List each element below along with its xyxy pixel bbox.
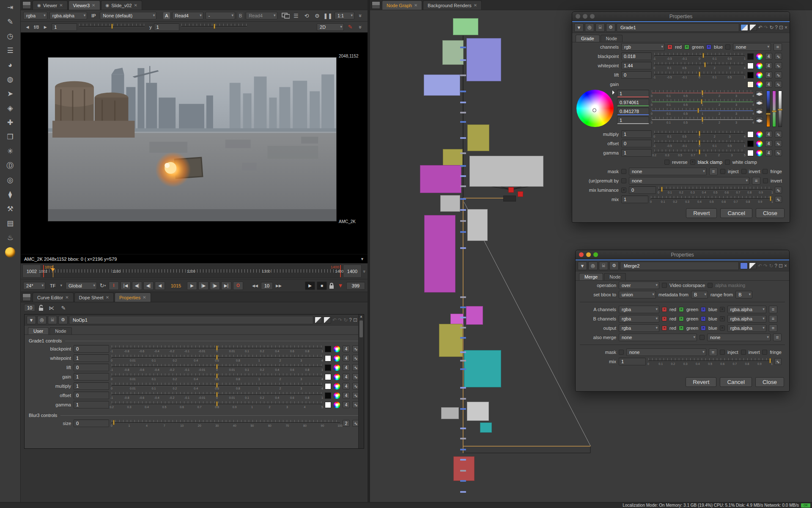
knob-value-field[interactable]: 1 (74, 354, 109, 362)
wrench-icon[interactable]: ⚙ (606, 23, 615, 32)
multiply-slider[interactable]: 00.010.10.20.40.60.81234 (112, 382, 322, 390)
color-swatch[interactable] (747, 63, 754, 69)
ng-pane-menu-button[interactable] (372, 1, 380, 9)
mask-enable-checkbox[interactable] (621, 169, 626, 174)
revert-button[interactable]: Revert (686, 377, 716, 387)
tab-close-icon[interactable]: ✕ (474, 3, 477, 8)
3d-icon[interactable]: ❒ (5, 132, 16, 142)
mask-enable-checkbox[interactable] (619, 350, 624, 355)
animation-curve-button[interactable]: ∿ (774, 358, 782, 365)
color-wheel-icon[interactable] (756, 141, 763, 147)
white-clamp-checkbox[interactable] (725, 160, 730, 165)
invert-checkbox[interactable] (763, 178, 768, 183)
mix-field[interactable]: 1 (619, 358, 646, 365)
channel-check-label[interactable]: red (675, 44, 682, 50)
a-buffer-chip[interactable]: A (163, 12, 170, 19)
spine-node-dash[interactable] (460, 198, 466, 200)
spine-node-dash[interactable] (460, 220, 466, 222)
set-in-button[interactable]: I (109, 282, 119, 290)
color-wheel-icon[interactable] (334, 355, 340, 362)
animation-curve-button[interactable]: ∿ (775, 140, 782, 147)
fringe-checkbox[interactable] (762, 350, 767, 355)
color-wheel-icon[interactable] (756, 81, 763, 88)
noop-scrollbar[interactable]: ▲ (358, 315, 364, 448)
gain-channel-slider-0[interactable]: 00.10.51234 (652, 90, 753, 97)
gain-channel-value[interactable]: 1 (617, 90, 649, 97)
center-node-icon[interactable]: ◎ (37, 316, 47, 324)
blue-channel-checkbox[interactable]: × (706, 44, 711, 50)
color-wheel-icon[interactable] (756, 150, 763, 156)
metadata-from-dropdown[interactable]: B (691, 291, 708, 298)
spine-node-dash[interactable] (460, 75, 466, 76)
equals-button[interactable]: = (774, 43, 782, 51)
multiply-slider[interactable]: 00.10.51234 (654, 130, 745, 138)
end-frame-field[interactable]: 399 (346, 282, 365, 290)
alpha-masking-checkbox[interactable] (708, 283, 713, 288)
transform-icon[interactable]: ✚ (5, 118, 16, 127)
channel-check-label[interactable]: green (692, 44, 704, 50)
slider-handle[interactable] (769, 358, 771, 363)
color-wheel[interactable] (576, 90, 614, 127)
color-icon[interactable]: ◕ (5, 60, 16, 70)
channel-check-label[interactable]: green (686, 316, 698, 321)
inject-checkbox[interactable] (720, 350, 725, 355)
annotate-pencil-icon[interactable]: ✎ (346, 23, 354, 31)
color-swatch[interactable] (325, 383, 331, 389)
split-channels-button[interactable]: 4 (765, 81, 772, 88)
alpha-channel-dropdown[interactable]: rgba.alpha (727, 306, 766, 313)
toggle-panel-b-icon[interactable] (324, 317, 331, 323)
spine-node-dash[interactable] (460, 449, 466, 450)
monitor-out-icon[interactable] (282, 13, 290, 19)
toolsets-wrench-icon[interactable]: ⚒ (5, 204, 16, 214)
playhead[interactable] (53, 265, 53, 277)
toggle-panel-a-icon[interactable] (315, 317, 322, 323)
step-back-button-1[interactable]: ◀| (132, 282, 142, 290)
spine-node-dash[interactable] (460, 438, 466, 439)
dock-tab-dope-sheet[interactable]: Dope Sheet✕ (74, 293, 114, 302)
equals-button[interactable]: = (709, 348, 717, 356)
timeline-ruler[interactable]: 1015 1400 10021100120013001400 (43, 265, 341, 278)
image-icon[interactable]: ⇥ (5, 3, 16, 12)
reverse-checkbox[interactable] (664, 160, 669, 165)
node-backdrop-21[interactable] (503, 196, 516, 202)
input-process-button[interactable]: IP (89, 12, 98, 19)
viewer-tab-slide-v02[interactable]: ◉Slide_v02✕ (101, 0, 142, 10)
pause-button[interactable]: ❚❚ (324, 12, 332, 19)
vertical-slider-0[interactable] (766, 91, 770, 127)
gain-prev-arrow[interactable]: ◀ (23, 23, 32, 31)
split-channels-button[interactable]: 4 (765, 131, 772, 138)
filter-icon[interactable]: ◍ (5, 75, 16, 84)
merge-tab-merge[interactable]: Merge (579, 273, 603, 280)
also-merge-dropdown[interactable]: none (619, 334, 697, 341)
channels-dropdown[interactable]: rgba (619, 306, 659, 313)
gamma-slider[interactable]: 0.20.30.40.50.60.70.80.912345 (112, 401, 322, 409)
slider-handle[interactable] (697, 108, 699, 113)
channels-dropdown[interactable]: rgb (621, 43, 665, 51)
mask-channel-dropdown[interactable]: none (629, 168, 707, 175)
alpha-channel-checkbox[interactable]: × (720, 307, 725, 312)
timeline-frames-dropdown[interactable]: TF (47, 282, 64, 290)
knob-value-field[interactable]: 1 (74, 401, 109, 409)
color-swatch[interactable] (747, 150, 754, 156)
viewer-tab-viewer[interactable]: ◉Viewer✕ (33, 0, 68, 10)
spine-node-dash[interactable] (460, 470, 466, 472)
spine-node-dash[interactable] (460, 337, 466, 339)
spine-node-dash[interactable] (460, 209, 466, 211)
mask-check-label[interactable]: invert (749, 169, 760, 174)
wipe-mode-dropdown[interactable]: - (206, 12, 235, 19)
float-window-icon[interactable]: ⊡ (353, 317, 357, 323)
step-fwd-button-0[interactable]: ▶ (187, 282, 197, 290)
slider-handle[interactable] (702, 53, 704, 58)
collapse-arrow-icon[interactable]: ▼ (574, 23, 584, 32)
spine-node-dash[interactable] (460, 91, 466, 92)
gain-channel-slider-3[interactable]: 00.10.51234 (652, 116, 753, 124)
red-channel-checkbox[interactable]: × (662, 316, 667, 321)
channel-check-label[interactable]: red (669, 316, 676, 321)
gain-next-arrow[interactable]: ▶ (41, 23, 49, 31)
color-wheel-icon[interactable] (334, 383, 340, 389)
spine-node-dash[interactable] (460, 231, 466, 233)
timeline-chevron-icon[interactable]: » (362, 270, 367, 272)
node-name-field[interactable]: Grade1 (617, 23, 739, 32)
color-swatch[interactable] (325, 355, 331, 362)
invert-checkbox[interactable] (741, 350, 746, 355)
